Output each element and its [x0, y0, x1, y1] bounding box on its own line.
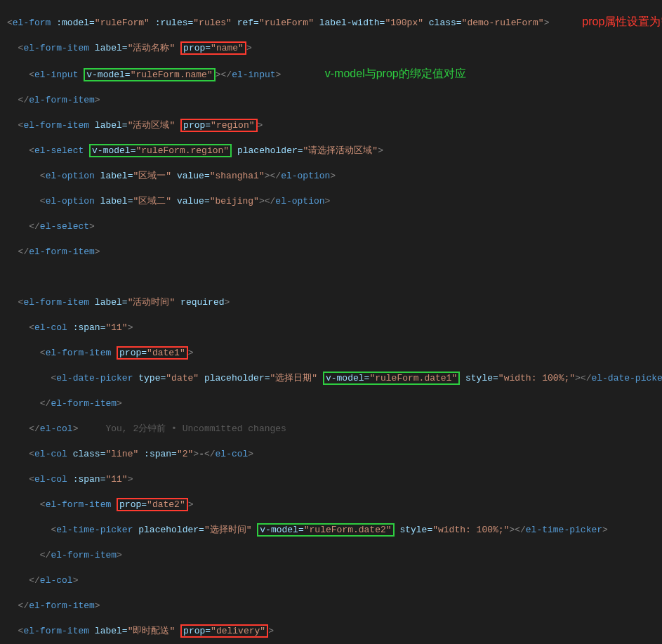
vmodel-date2-box: v-model="ruleForm.date2" [257, 523, 394, 537]
annotation-green: v-model与prop的绑定值对应 [325, 67, 466, 79]
annotation-red: prop属性设置为需检验的字段名 [582, 15, 662, 27]
prop-region-box: prop="region" [180, 119, 257, 132]
prop-date1-box: prop="date1" [117, 346, 188, 360]
prop-name-box: prop="name" [180, 41, 246, 55]
code-editor: <el-form :model="ruleForm" :rules="rules… [0, 0, 662, 644]
prop-delivery-box: prop="delivery" [180, 624, 268, 638]
vmodel-date1-box: v-model="ruleForm.date1" [323, 372, 460, 385]
vmodel-region-box: v-model="ruleForm.region" [89, 144, 232, 157]
prop-date2-box: prop="date2" [117, 498, 188, 511]
git-blame-annotation: You, 2分钟前 • Uncommitted changes [105, 423, 286, 434]
vmodel-name-box: v-model="ruleForm.name" [84, 68, 215, 81]
